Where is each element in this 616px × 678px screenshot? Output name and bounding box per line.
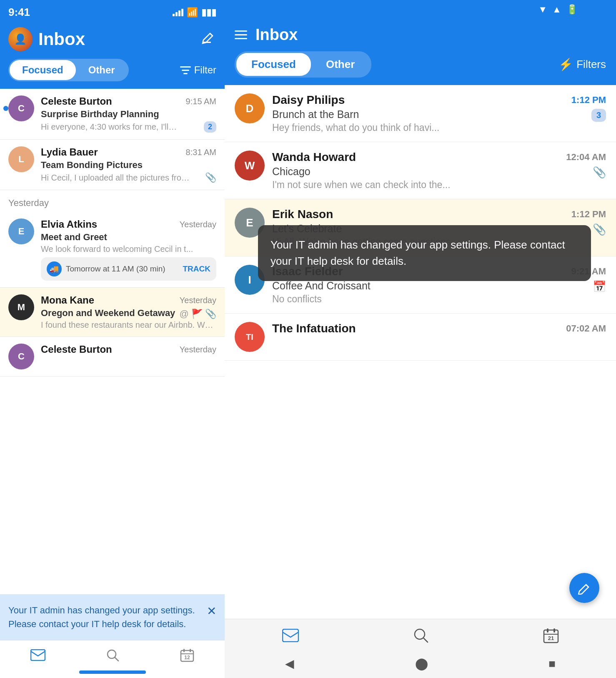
sender-celeste2: Celeste Burton (41, 344, 112, 355)
android-email-wanda[interactable]: W Wanda Howard 12:04 AM Chicago 📎 I'm no… (225, 142, 616, 199)
battery-icon-android: 🔋 (566, 4, 578, 15)
wifi-icon: 📶 (187, 7, 198, 18)
svg-rect-10 (283, 629, 298, 642)
email-item-elvia[interactable]: E Elvia Atkins Yesterday Meet and Greet … (0, 212, 225, 288)
email-content-mona: Mona Kane Yesterday Oregon and Weekend G… (41, 294, 216, 330)
home-button[interactable]: ⬤ (415, 657, 428, 670)
hamburger-menu[interactable] (235, 30, 247, 39)
subject-celeste: Surprise Birthday Planning (41, 109, 216, 120)
svg-rect-1 (180, 66, 191, 68)
preview-isaac: No conflicts (272, 294, 606, 305)
ios-header: 👤 Inbox (0, 23, 225, 59)
android-tabs: Focused Other ⚡ Filters (225, 51, 616, 85)
time-wanda: 12:04 AM (566, 152, 606, 163)
android-tab-group: Focused Other (235, 51, 371, 78)
sender-elvia: Elvia Atkins (41, 218, 97, 230)
android-header: Inbox (225, 19, 616, 51)
filter-button[interactable]: Filter (180, 64, 216, 76)
svg-rect-4 (31, 650, 45, 660)
back-button[interactable]: ◀ (285, 657, 294, 670)
subject-lydia: Team Bonding Pictures (41, 160, 216, 171)
android-email-ti[interactable]: TI The Infatuation 07:02 AM (225, 314, 616, 361)
user-avatar-image: 👤 (8, 27, 33, 51)
avatar-celeste2: C (8, 344, 34, 369)
date-separator-yesterday: Yesterday (0, 190, 225, 212)
android-nav-search[interactable] (413, 628, 428, 643)
tracking-row-elvia: 🚚 Tomorrow at 11 AM (30 min) TRACK (41, 257, 216, 281)
email-item-lydia[interactable]: L Lydia Bauer 8:31 AM Team Bonding Pictu… (0, 140, 225, 190)
android-compose-fab[interactable] (569, 573, 599, 603)
time-mona: Yesterday (180, 296, 216, 305)
sender-ti: The Infatuation (272, 322, 356, 335)
subject-elvia: Meet and Greet (41, 232, 216, 243)
preview-celeste: Hi everyone, 4:30 works for me, I'll alr… (41, 122, 178, 132)
android-focused-tab[interactable]: Focused (236, 53, 311, 76)
time-celeste: 9:15 AM (186, 97, 216, 106)
svg-rect-14 (553, 628, 555, 633)
attachment-icon-lydia: 📎 (205, 172, 216, 183)
nav-calendar[interactable]: 12 (180, 648, 194, 662)
nav-mail[interactable] (30, 649, 45, 661)
avatar-ti: TI (235, 322, 265, 352)
sender-daisy: Daisy Philips (272, 93, 345, 107)
ios-status-bar: 9:41 📶 ▮▮▮ (0, 0, 225, 23)
preview-mona: I found these restaurants near our Airbn… (41, 320, 216, 330)
android-inbox-title: Inbox (255, 26, 606, 44)
android-email-daisy[interactable]: D Daisy Philips 1:12 PM Brunch at the Ba… (225, 85, 616, 142)
email-item-celeste2[interactable]: C Celeste Burton Yesterday (0, 337, 225, 377)
focused-tab[interactable]: Focused (10, 60, 76, 80)
email-content-lydia: Lydia Bauer 8:31 AM Team Bonding Picture… (41, 146, 216, 183)
inbox-title: Inbox (38, 29, 85, 49)
user-avatar[interactable]: 👤 (8, 27, 33, 51)
android-content-daisy: Daisy Philips 1:12 PM Brunch at the Barn… (272, 93, 606, 133)
android-time: 12:30 (583, 4, 606, 15)
android-status-bar: ▼ ▲ 🔋 12:30 (225, 0, 616, 19)
ios-notification-banner: Your IT admin has changed your app setti… (0, 594, 225, 640)
android-nav-calendar[interactable]: 21 (543, 628, 559, 643)
other-tab[interactable]: Other (76, 60, 128, 80)
svg-rect-3 (183, 73, 188, 74)
attachment-icon-erik: 📎 (593, 223, 606, 236)
recents-button[interactable]: ■ (548, 657, 556, 670)
android-other-tab[interactable]: Other (311, 53, 370, 76)
svg-point-5 (108, 650, 116, 658)
attachment-icon-wanda: 📎 (593, 166, 606, 179)
android-system-nav: ◀ ⬤ ■ (225, 649, 616, 678)
ios-time: 9:41 (8, 6, 30, 19)
time-erik: 1:12 PM (571, 209, 606, 220)
filters-button[interactable]: ⚡ Filters (558, 58, 606, 71)
email-item-mona[interactable]: M Mona Kane Yesterday Oregon and Weekend… (0, 288, 225, 337)
tracking-text: Tomorrow at 11 AM (30 min) (66, 264, 179, 274)
svg-rect-2 (182, 70, 189, 71)
ios-tabs: Focused Other Filter (0, 59, 225, 89)
unread-dot (3, 106, 8, 111)
signal-icon (173, 9, 183, 16)
android-nav-mail[interactable] (282, 629, 299, 642)
sender-lydia: Lydia Bauer (41, 146, 98, 158)
ios-tab-group: Focused Other (8, 59, 129, 81)
ios-header-left: 👤 Inbox (8, 27, 85, 51)
nav-search[interactable] (106, 648, 119, 662)
preview-daisy: Hey friends, what do you think of havi..… (272, 122, 606, 133)
time-ti: 07:02 AM (566, 323, 606, 334)
close-notification-button[interactable]: ✕ (207, 604, 216, 618)
track-button[interactable]: TRACK (183, 264, 211, 274)
compose-button[interactable] (199, 30, 216, 48)
avatar-lydia: L (8, 146, 34, 172)
ios-email-list: C Celeste Burton 9:15 AM Surprise Birthd… (0, 89, 225, 594)
sender-mona: Mona Kane (41, 294, 94, 306)
android-content-ti: The Infatuation 07:02 AM (272, 322, 606, 337)
email-content-celeste2: Celeste Burton Yesterday (41, 344, 216, 357)
avatar-wanda: W (235, 151, 265, 181)
ios-bottom-nav: 12 (0, 640, 225, 667)
truck-icon: 🚚 (47, 261, 62, 276)
email-item-celeste[interactable]: C Celeste Burton 9:15 AM Surprise Birthd… (0, 89, 225, 140)
email-content-elvia: Elvia Atkins Yesterday Meet and Greet We… (41, 218, 216, 281)
subject-mona: Oregon and Weekend Getaway (41, 308, 175, 319)
filters-label: Filters (576, 58, 606, 71)
left-panel: 9:41 📶 ▮▮▮ 👤 Inbox (0, 0, 225, 678)
avatar-mona: M (8, 294, 34, 320)
mona-icons: @ 🚩 📎 (179, 309, 216, 319)
svg-text:21: 21 (548, 635, 553, 641)
time-daisy: 1:12 PM (571, 95, 606, 105)
